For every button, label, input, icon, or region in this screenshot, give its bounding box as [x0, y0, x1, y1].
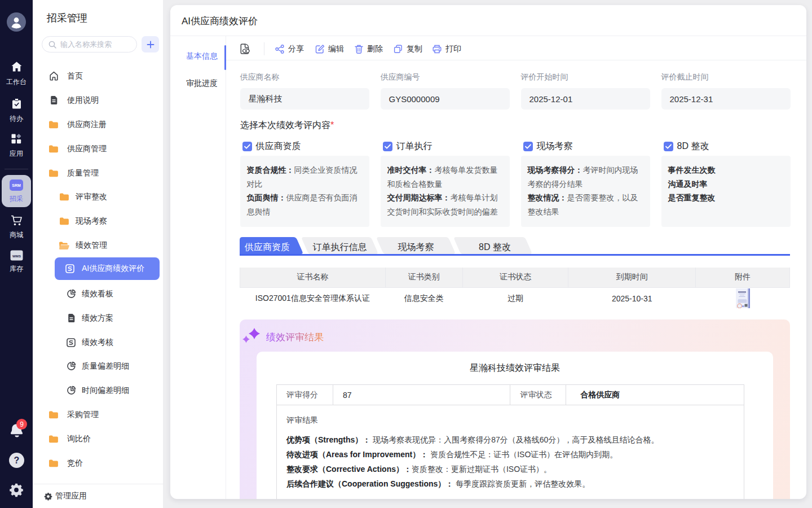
svg-text:WMS: WMS [12, 254, 20, 258]
